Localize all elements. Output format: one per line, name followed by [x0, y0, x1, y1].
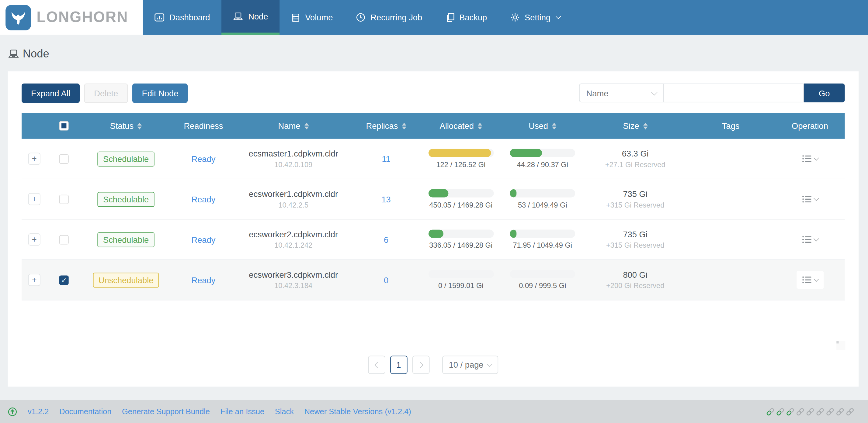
next-page-button[interactable] — [412, 356, 429, 374]
table-row: + Schedulable Ready ecsworker1.cdpkvm.cl… — [22, 179, 845, 220]
list-menu-icon — [802, 276, 811, 284]
nav-item-backup[interactable]: Backup — [434, 0, 498, 35]
allocated-progress-bar — [428, 189, 494, 197]
nav-item-dashboard[interactable]: Dashboard — [143, 0, 222, 35]
table-header: Status Readiness Name Replicas Allocated… — [22, 113, 845, 139]
edit-node-button[interactable]: Edit Node — [132, 84, 188, 103]
sort-toggle[interactable] — [402, 123, 406, 129]
allocated-label: 450.05 / 1469.28 Gi — [429, 201, 492, 209]
search-group: Name Go — [579, 84, 845, 102]
expand-all-button[interactable]: Expand All — [22, 84, 80, 103]
nav-item-volume[interactable]: Volume — [280, 0, 345, 35]
row-checkbox[interactable] — [59, 194, 68, 204]
pagination: 1 10 / page — [22, 356, 845, 374]
footer-link[interactable]: Generate Support Bundle — [122, 407, 210, 416]
operation-menu-button[interactable] — [796, 150, 823, 167]
size-value: 63.3 Gi — [622, 149, 649, 158]
delete-button[interactable]: Delete — [84, 84, 128, 103]
chevron-down-icon — [813, 236, 819, 241]
column-header-status: Status — [80, 121, 172, 131]
used-label: 0.09 / 999.5 Gi — [519, 282, 566, 290]
node-icon — [8, 49, 19, 59]
backup-icon — [445, 13, 454, 22]
footer-link[interactable]: File an Issue — [220, 407, 264, 416]
page-title-text: Node — [23, 48, 49, 61]
sort-toggle[interactable] — [137, 123, 142, 129]
table-row: + Schedulable Ready ecsworker2.cdpkvm.cl… — [22, 220, 845, 260]
replicas-count[interactable]: 13 — [381, 194, 391, 204]
current-page-button[interactable]: 1 — [390, 356, 407, 374]
sort-toggle[interactable] — [552, 123, 557, 129]
footer-link[interactable]: Newer Stable Versions (v1.2.4) — [304, 407, 411, 416]
page-size-select[interactable]: 10 / page — [442, 356, 498, 374]
used-label: 53 / 1049.49 Gi — [518, 201, 567, 209]
operation-menu-button[interactable] — [796, 231, 823, 248]
column-header-replicas: Replicas — [351, 121, 421, 131]
footer-link[interactable]: Documentation — [59, 407, 111, 416]
chevron-down-icon — [487, 361, 492, 367]
allocated-progress-bar — [428, 229, 494, 238]
nav-item-label: Volume — [305, 13, 333, 22]
node-name: ecsworker2.cdpkvm.cldr — [249, 229, 338, 239]
search-field-select[interactable]: Name — [579, 84, 663, 102]
expand-row-button[interactable]: + — [28, 274, 40, 286]
column-header-label: Operation — [792, 121, 828, 131]
expand-row-button[interactable]: + — [28, 193, 40, 205]
operation-menu-button[interactable] — [796, 271, 823, 289]
column-header-name: Name — [236, 121, 351, 131]
page-title: Node — [8, 48, 868, 61]
node-icon — [233, 12, 243, 21]
version-link[interactable]: v1.2.2 — [28, 407, 49, 416]
header-checkbox-cell — [47, 121, 80, 131]
sort-toggle[interactable] — [643, 123, 648, 129]
chevron-down-icon — [651, 89, 657, 95]
node-ip: 10.42.0.109 — [274, 160, 312, 169]
gear-icon — [510, 13, 520, 22]
allocated-progress-bar — [428, 149, 494, 157]
replicas-count[interactable]: 0 — [384, 275, 389, 285]
prev-page-button[interactable] — [368, 356, 385, 374]
status-badge: Schedulable — [98, 192, 155, 207]
toolbar: Expand All Delete Edit Node Name Go — [22, 84, 845, 103]
search-input[interactable] — [663, 84, 804, 102]
status-link-icon — [786, 408, 795, 416]
footer-link[interactable]: Slack — [275, 407, 294, 416]
select-all-checkbox[interactable] — [59, 121, 68, 131]
size-reserved: +27.1 Gi Reserved — [605, 160, 665, 169]
row-checkbox[interactable] — [59, 154, 68, 163]
logo[interactable]: LONGHORN — [0, 0, 143, 35]
node-ip: 10.42.1.242 — [274, 241, 312, 250]
expand-row-button[interactable]: + — [28, 153, 40, 165]
replicas-count[interactable]: 11 — [382, 154, 390, 163]
list-menu-icon — [802, 195, 811, 203]
sort-toggle[interactable] — [304, 123, 309, 129]
status-link-icons — [766, 408, 854, 416]
nav-item-label: Dashboard — [169, 13, 210, 22]
nav-item-label: Setting — [525, 13, 551, 22]
column-header-label: Allocated — [439, 121, 473, 131]
replicas-count[interactable]: 6 — [384, 235, 389, 244]
go-button[interactable]: Go — [804, 84, 845, 102]
column-header-readiness: Readiness — [172, 121, 235, 131]
status-link-icon — [796, 408, 804, 416]
operation-menu-button[interactable] — [796, 190, 823, 208]
used-progress-bar — [510, 270, 575, 278]
node-ip: 10.42.2.5 — [278, 201, 308, 209]
status-link-icon — [806, 408, 814, 416]
chevron-down-icon — [556, 14, 561, 19]
size-value: 735 Gi — [623, 229, 647, 239]
nav-item-label: Node — [248, 11, 268, 21]
nav-item-node[interactable]: Node — [222, 0, 280, 35]
nav-item-recurring-job[interactable]: Recurring Job — [345, 0, 434, 35]
allocated-label: 0 / 1599.01 Gi — [438, 282, 484, 290]
row-checkbox[interactable] — [59, 275, 68, 285]
node-ip: 10.42.3.184 — [274, 282, 312, 290]
expand-row-button[interactable]: + — [28, 233, 40, 246]
chevron-down-icon — [813, 155, 819, 161]
status-badge: Unschedulable — [93, 272, 159, 287]
sort-toggle[interactable] — [478, 123, 483, 129]
row-checkbox[interactable] — [59, 235, 68, 244]
list-menu-icon — [802, 235, 811, 243]
status-link-icon — [776, 408, 784, 416]
nav-item-setting[interactable]: Setting — [499, 0, 572, 35]
